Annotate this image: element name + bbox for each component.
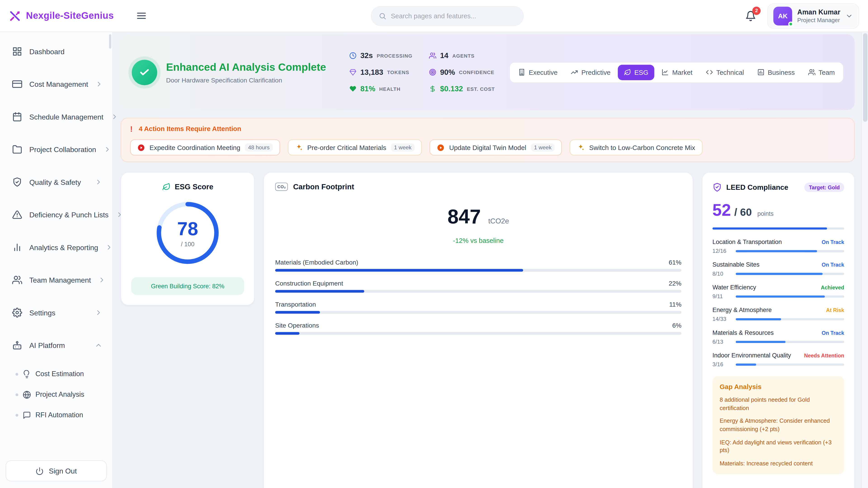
power-icon bbox=[35, 467, 44, 475]
menu-toggle-button[interactable] bbox=[136, 11, 147, 21]
bar-fill bbox=[275, 290, 364, 293]
users-icon bbox=[808, 69, 815, 76]
sign-out-button[interactable]: Sign Out bbox=[5, 460, 107, 482]
search-box[interactable] bbox=[371, 6, 524, 26]
gap-analysis-item: IEQ: Add daylight and views verification… bbox=[720, 438, 837, 454]
tab-executive[interactable]: Executive bbox=[512, 64, 564, 80]
alert-icon: ! bbox=[130, 125, 133, 133]
magic-wand-icon bbox=[295, 144, 303, 151]
bar-track bbox=[736, 340, 844, 343]
chat-icon bbox=[23, 411, 31, 419]
gear-icon bbox=[12, 308, 22, 318]
gem-icon bbox=[349, 69, 356, 76]
green-building-score: Green Building Score: 82% bbox=[131, 277, 244, 295]
action-switch-low-carbon-concrete[interactable]: Switch to Low-Carbon Concrete Mix bbox=[570, 139, 702, 156]
calendar-icon bbox=[12, 112, 22, 122]
globe-icon bbox=[23, 390, 31, 399]
success-check-icon bbox=[132, 59, 157, 85]
bulb-icon bbox=[23, 370, 31, 378]
leed-categories: Location & TransportationOn Track 12/16 … bbox=[712, 238, 844, 367]
sidebar-item-deficiency-punch-lists[interactable]: Deficiency & Punch Lists bbox=[5, 202, 107, 227]
sidebar-scrollbar-thumb[interactable] bbox=[109, 34, 111, 49]
analysis-stats: 32s PROCESSING 14 AGENTS 13,183 TOKENS 9… bbox=[349, 52, 495, 93]
analysis-subtitle: Door Hardware Specification Clarificatio… bbox=[166, 76, 326, 83]
bar-fill bbox=[736, 318, 781, 320]
chart-square-icon bbox=[757, 69, 765, 76]
sidebar-item-project-analysis[interactable]: Project Analysis bbox=[5, 386, 107, 402]
page-scrollbar[interactable] bbox=[862, 32, 868, 488]
sidebar-item-project-collaboration[interactable]: Project Collaboration bbox=[5, 137, 107, 162]
analysis-heading: Enhanced AI Analysis Complete Door Hardw… bbox=[166, 61, 326, 84]
leed-target-badge: Target: Gold bbox=[804, 183, 844, 192]
scrollbar-thumb[interactable] bbox=[863, 33, 868, 122]
tab-esg[interactable]: ESG bbox=[618, 64, 654, 80]
tab-team[interactable]: Team bbox=[802, 64, 841, 80]
action-update-digital-twin-model[interactable]: Update Digital Twin Model 1 week bbox=[430, 139, 562, 156]
esg-score-ring: 78 / 100 bbox=[154, 200, 221, 266]
stat-tokens: 13,183 TOKENS bbox=[349, 68, 412, 76]
action-expedite-coordination-meeting[interactable]: Expedite Coordination Meeting 48 hours bbox=[130, 139, 280, 156]
action-badge: 1 week bbox=[391, 143, 415, 152]
search-icon bbox=[379, 12, 386, 20]
tab-business[interactable]: Business bbox=[751, 64, 801, 80]
chevron-right-icon bbox=[95, 309, 102, 317]
sidebar-item-cost-management[interactable]: Cost Management bbox=[5, 72, 107, 96]
bullet-dot bbox=[16, 372, 18, 375]
action-items-title: ! 4 Action Items Require Attention bbox=[130, 125, 845, 133]
gap-analysis-title: Gap Analysis bbox=[720, 383, 837, 391]
magic-wand-icon bbox=[577, 144, 585, 151]
leed-category: Location & TransportationOn Track 12/16 bbox=[712, 238, 844, 254]
gap-analysis-item: 8 additional points needed for Gold cert… bbox=[720, 396, 837, 412]
cards-row: ESG Score 78 / 100 Green Building Score:… bbox=[121, 172, 855, 488]
bullet-dot bbox=[16, 393, 18, 396]
sidebar-item-settings[interactable]: Settings bbox=[5, 300, 107, 325]
bar-track bbox=[275, 311, 682, 314]
sidebar-item-dashboard[interactable]: Dashboard bbox=[5, 39, 107, 64]
brand-name: Nexgile-SiteGenius bbox=[26, 10, 114, 21]
gap-analysis-item: Materials: Increase recycled content bbox=[720, 459, 837, 467]
sidebar-item-cost-estimation[interactable]: Cost Estimation bbox=[5, 366, 107, 382]
status-label: At Risk bbox=[826, 307, 844, 313]
bar-fill bbox=[736, 272, 823, 275]
bar-fill bbox=[736, 363, 756, 365]
stat-confidence: 90% CONFIDENCE bbox=[429, 68, 495, 76]
bar-fill bbox=[275, 269, 523, 271]
sidebar-item-rfi-automation[interactable]: RFI Automation bbox=[5, 407, 107, 423]
carbon-total-value: 847 bbox=[447, 205, 481, 228]
sidebar-item-team-management[interactable]: Team Management bbox=[5, 268, 107, 292]
notifications-button[interactable]: 2 bbox=[745, 10, 756, 21]
leaf-icon bbox=[624, 69, 631, 76]
leed-compliance-card: LEED Compliance Target: Gold 52 / 60 poi… bbox=[702, 172, 855, 488]
gap-analysis-item: Energy & Atmosphere: Consider enhanced c… bbox=[720, 417, 837, 433]
app-root: Nexgile-SiteGenius 2 AK bbox=[0, 0, 868, 488]
sidebar-item-analytics-reporting[interactable]: Analytics & Reporting bbox=[5, 235, 107, 260]
user-meta: Aman Kumar Project Manager bbox=[797, 8, 840, 23]
top-bar: Nexgile-SiteGenius 2 AK bbox=[0, 0, 868, 32]
leed-category: Water EfficiencyAchieved 9/11 bbox=[712, 284, 844, 299]
stat-agents: 14 AGENTS bbox=[429, 52, 495, 60]
action-preorder-critical-materials[interactable]: Pre-order Critical Materials 1 week bbox=[288, 139, 422, 156]
search-input[interactable] bbox=[391, 12, 516, 20]
brand[interactable]: Nexgile-SiteGenius bbox=[9, 10, 129, 22]
users-icon bbox=[12, 275, 22, 285]
esg-card-title: ESG Score bbox=[175, 183, 213, 191]
tab-predictive[interactable]: Predictive bbox=[565, 64, 616, 80]
status-label: On Track bbox=[822, 329, 844, 335]
sidebar-item-schedule-management[interactable]: Schedule Management bbox=[5, 105, 107, 129]
tab-market[interactable]: Market bbox=[655, 64, 699, 80]
esg-card-header: ESG Score bbox=[131, 183, 244, 191]
carbon-bar-row: Construction Equipment22% bbox=[275, 280, 682, 293]
tab-technical[interactable]: Technical bbox=[700, 64, 750, 80]
status-label: Needs Attention bbox=[804, 352, 844, 358]
gap-analysis-panel: Gap Analysis 8 additional points needed … bbox=[712, 376, 844, 474]
carbon-card-header: CO₂ Carbon Footprint bbox=[275, 183, 682, 191]
status-label: On Track bbox=[822, 239, 844, 245]
sidebar-item-ai-platform[interactable]: AI Platform bbox=[5, 333, 107, 357]
user-menu[interactable]: AK Aman Kumar Project Manager bbox=[767, 3, 859, 29]
esg-score-card: ESG Score 78 / 100 Green Building Score:… bbox=[121, 172, 255, 305]
leaf-icon bbox=[162, 183, 170, 191]
chevron-up-icon bbox=[95, 341, 102, 349]
bar-track bbox=[275, 332, 682, 335]
sidebar-item-quality-safety[interactable]: Quality & Safety bbox=[5, 170, 107, 194]
bar-chart-icon bbox=[12, 242, 22, 252]
